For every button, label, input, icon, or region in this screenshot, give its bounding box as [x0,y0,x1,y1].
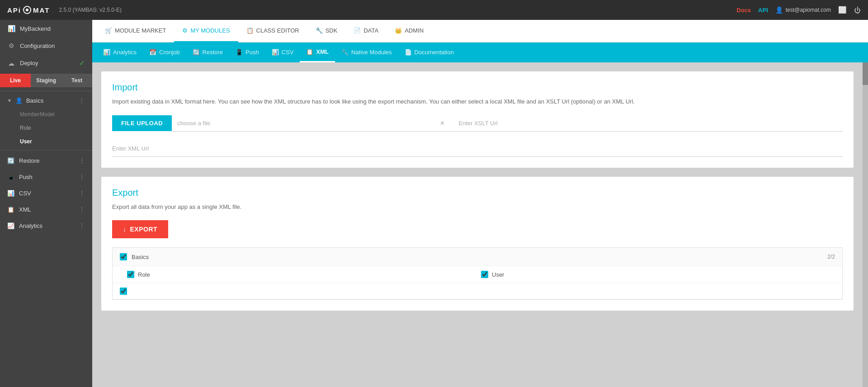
api-link[interactable]: API [758,7,768,14]
sidebar-divider-2 [0,150,92,151]
file-upload-button[interactable]: FILE UPLOAD [112,115,172,131]
secondary-cronjob[interactable]: 📅 Cronjob [143,42,186,62]
sidebar-item-csv[interactable]: 📊 CSV ⋮ [0,185,92,201]
sec-analytics-label: Analytics [113,49,137,56]
secondary-documentation[interactable]: 📄 Documentation [398,42,460,62]
class-editor-icon: 📋 [246,27,254,34]
analytics-more-icon[interactable]: ⋮ [79,222,85,229]
export-icon: ↓ [123,226,127,233]
analytics-left: 📈 Analytics [7,222,42,229]
file-input-wrapper[interactable]: choose a file ✕ [172,115,453,132]
nav-sdk[interactable]: 🔧 SDK [307,20,346,42]
secondary-csv[interactable]: 📊 CSV [265,42,300,62]
export-button[interactable]: ↓ EXPORT [112,220,168,238]
secondary-restore[interactable]: 🔄 Restore [186,42,230,62]
logo-mat: MAT [33,6,50,14]
env-tab-test[interactable]: Test [61,74,92,87]
env-tab-live[interactable]: Live [0,74,31,87]
sdk-icon: 🔧 [316,27,323,34]
xml-url-input[interactable] [112,141,843,157]
module-market-label: MODULE MARKET [115,27,166,34]
sec-docs-label: Documentation [415,49,454,56]
sidebar: 📊 MyBackend ⚙ Configuration ☁ Deploy ✓ L… [0,20,92,387]
config-icon: ⚙ [7,42,15,50]
scrollbar-thumb[interactable] [863,62,868,85]
env-tab-staging[interactable]: Staging [31,74,61,87]
sidebar-item-configuration[interactable]: ⚙ Configuration [0,37,92,54]
nav-data[interactable]: 📄 DATA [345,20,387,42]
role-checkbox[interactable] [127,271,134,278]
sec-native-icon: 🔧 [341,49,349,56]
xml-icon: 📋 [7,206,14,213]
secondary-xml[interactable]: 📋 XML [300,42,335,62]
csv-icon: 📊 [7,190,14,197]
sec-analytics-icon: 📊 [103,49,110,56]
primary-nav: 🛒 MODULE MARKET ⚙ MY MODULES 📋 CLASS EDI… [92,20,868,42]
basics-more-icon[interactable]: ⋮ [79,97,85,104]
sidebar-item-analytics[interactable]: 📈 Analytics ⋮ [0,217,92,234]
basics-row-count: 2/2 [827,254,835,260]
user-sub-item: User [481,271,835,278]
secondary-analytics[interactable]: 📊 Analytics [97,42,143,62]
power-icon[interactable]: ⏻ [854,6,861,14]
sidebar-group-basics[interactable]: ▼ 👤 Basics ⋮ [0,93,92,108]
basics-row-label: Basics [132,254,823,260]
restore-more-icon[interactable]: ⋮ [79,157,85,164]
checkbox-row-basics: Basics 2/2 [113,248,842,266]
sidebar-deploy-label: Deploy [20,60,75,66]
sidebar-config-label: Configuration [20,42,85,49]
scrollbar-track[interactable] [863,62,868,387]
person-icon: 👤 [15,97,23,104]
sidebar-subitem-user[interactable]: User [0,135,92,148]
sec-cronjob-icon: 📅 [149,49,156,56]
mybackend-icon: 📊 [7,24,15,33]
nav-my-modules[interactable]: ⚙ MY MODULES [174,20,238,42]
clear-file-icon[interactable]: ✕ [437,120,448,127]
role-sub-item: Role [127,271,481,278]
page-with-scrollbar: Import Import existing data in XML forma… [92,62,868,387]
sec-cronjob-label: Cronjob [159,49,180,56]
my-modules-icon: ⚙ [182,27,188,34]
export-description: Export all data from your app as a singl… [112,203,843,212]
extra-checkbox[interactable] [120,288,127,295]
user-checkbox[interactable] [481,271,488,278]
checkbox-table: Basics 2/2 Role User [112,247,843,300]
export-card: Export Export all data from your app as … [101,177,854,311]
secondary-native-modules[interactable]: 🔧 Native Modules [335,42,398,62]
sidebar-item-xml[interactable]: 📋 XML ⋮ [0,201,92,217]
sidebar-item-deploy[interactable]: ☁ Deploy ✓ [0,54,92,72]
choose-file-text: choose a file [177,120,210,127]
import-description: Import existing data in XML format here.… [112,97,843,106]
sidebar-item-restore[interactable]: 🔄 Restore ⋮ [0,152,92,169]
xml-url-row [112,141,843,157]
nav-admin[interactable]: 👑 ADMIN [387,20,432,42]
my-modules-label: MY MODULES [190,27,230,34]
checkbox-row-extra [113,283,842,299]
secondary-nav: 📊 Analytics 📅 Cronjob 🔄 Restore 📱 Push 📊… [92,42,868,62]
sec-push-label: Push [245,49,259,56]
sec-xml-label: XML [316,48,328,55]
secondary-push[interactable]: 📱 Push [229,42,265,62]
import-card: Import Import existing data in XML forma… [101,71,854,168]
csv-label: CSV [19,190,31,197]
window-icon[interactable]: ⬜ [838,6,847,14]
checkbox-subrow-role-user: Role User [113,266,842,283]
sidebar-item-push[interactable]: 📱 Push ⋮ [0,169,92,185]
xslt-url-input[interactable] [453,115,843,132]
nav-class-editor[interactable]: 📋 CLASS EDITOR [238,20,307,42]
restore-left: 🔄 Restore [7,157,40,164]
sidebar-subitem-role[interactable]: Role [0,121,92,135]
basics-checkbox[interactable] [120,253,127,260]
xml-more-icon[interactable]: ⋮ [79,206,85,213]
docs-link[interactable]: Docs [736,7,751,14]
top-bar-left: APi MAT 2.5.0 (YAMBAS: v2.5.0-E) [7,6,122,14]
import-title: Import [112,82,843,93]
nav-module-market[interactable]: 🛒 MODULE MARKET [97,20,174,42]
sidebar-subitem-membermodel[interactable]: MemberModel [0,108,92,121]
analytics-label: Analytics [19,222,42,229]
sec-docs-icon: 📄 [405,49,412,56]
logo: APi MAT [7,6,50,14]
push-more-icon[interactable]: ⋮ [79,173,85,180]
csv-more-icon[interactable]: ⋮ [79,189,85,197]
sidebar-item-mybackend[interactable]: 📊 MyBackend [0,20,92,37]
